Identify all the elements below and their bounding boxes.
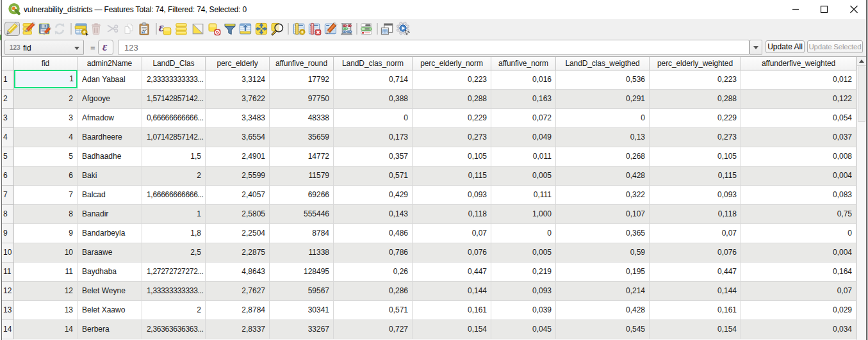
svg-text:ε: ε xyxy=(159,21,164,34)
